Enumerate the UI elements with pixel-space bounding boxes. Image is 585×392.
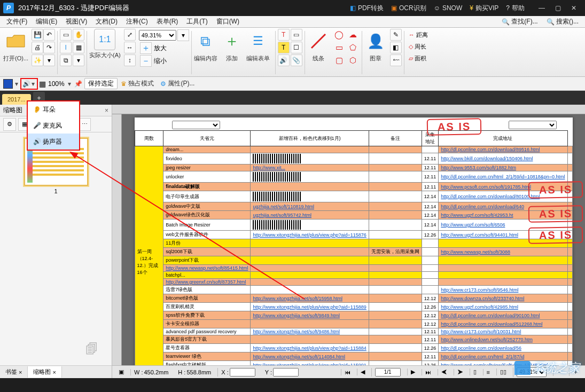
zoom-select[interactable]: 49.31% [139,30,176,41]
sound-menu-ear[interactable]: 👂耳朵 [28,101,79,117]
stamp-as-is: AS IS [528,181,583,199]
page-number-input[interactable] [375,368,401,377]
pdf-convert-button[interactable]: ◧PDF转换 [350,4,384,13]
ear-icon: 👂 [31,106,43,113]
star-icon[interactable]: ⬡ [347,54,360,66]
pencil-icon[interactable]: ✎ [390,29,402,41]
highlight-icon[interactable]: T [278,42,290,53]
open-group[interactable]: 打开(O)... [3,29,28,76]
edit-form-icon[interactable]: ☰ [247,29,269,53]
misc-icon[interactable]: ▾ [73,54,84,66]
layout-cont-icon[interactable]: ≡ [483,369,493,375]
undo-icon[interactable]: ↶ [43,29,55,41]
menu-view[interactable]: 视图(V) [61,16,91,27]
cloud-icon[interactable]: ☁ [347,29,360,41]
coord-y-input[interactable] [273,368,299,377]
window-title: 2017年12月_6303 - 迅捷PDF编辑器 [18,3,129,13]
help-button[interactable]: ?帮助 [506,4,525,13]
measure-distance[interactable]: ↔ 距离 [409,29,428,41]
eraser-icon[interactable]: ◧ [390,42,402,53]
hand-icon[interactable]: ✋ [73,29,84,41]
page-next-icon[interactable]: ▶ [407,369,418,375]
pointer-icon[interactable]: ▭ [60,29,72,41]
user-button[interactable]: ☺SNOW [434,4,463,12]
opacity-value[interactable]: 100% [48,80,65,88]
menu-edit[interactable]: 编辑(E) [32,16,61,27]
measure-area[interactable]: ▱ 面积 [409,52,428,64]
color-swatch[interactable] [3,79,13,89]
new-icon[interactable]: ✨ [32,54,43,66]
panel-close-icon[interactable]: × [105,107,108,114]
pin-icon[interactable]: 📌 [74,80,82,88]
polygon-icon[interactable]: ⬠ [347,42,360,53]
attach-icon[interactable]: 📎 [291,54,302,66]
fit-page-icon[interactable]: ⤢ [124,29,136,41]
menu-comment[interactable]: 注释(C) [122,16,152,27]
page-stack-icon[interactable]: 🗐 [85,342,98,357]
layout-single-icon[interactable]: ▯ [470,369,480,375]
pdf-page[interactable]: 周数天省元新增百科，粉色代表移到1月)备注采集地址完成地址 第一周（12.4-1… [135,117,573,365]
menu-form[interactable]: 表单(R) [152,16,183,27]
zoom-step-icon[interactable]: ▾ [177,29,189,41]
snapshot-icon[interactable]: ⧉ [60,54,72,66]
shape2-icon[interactable]: ⬳ [390,54,402,66]
maximize-button[interactable]: ▢ [550,0,566,16]
ruler-vertical [112,114,122,365]
edit-content-icon[interactable]: ⧉ [194,29,217,53]
ocr-button[interactable]: ▣OCR识别 [391,4,426,13]
measure-perimeter[interactable]: ◇ 周长 [409,41,428,52]
lines-icon[interactable] [307,29,330,53]
minimize-button[interactable]: — [534,0,550,16]
blank-icon[interactable]: ▾ [43,54,55,66]
table-row: goldwave绿色汉化版ugzhijia.net/soft/95742.htm… [135,211,572,219]
close-button[interactable]: ✕ [566,0,582,16]
pattern-icon[interactable]: ▦ [39,80,46,88]
layout-facing-icon[interactable]: ▯▯ [496,369,510,375]
thumb-options-icon[interactable]: ⚙ [3,118,16,131]
ellipse-icon[interactable]: ◯ [333,29,346,41]
page-dropdown-2[interactable] [509,121,557,129]
menu-file[interactable]: 文件(F) [2,16,32,27]
zoom-in-icon[interactable]: ＋ [140,42,152,54]
sound-menu-mic[interactable]: 🎤麦克风 [28,117,79,134]
add-icon[interactable]: ＋ [221,29,243,53]
vip-button[interactable]: ¥购买VIP [470,4,498,13]
note-tool-icon[interactable]: ▭ [291,29,302,41]
properties-button[interactable]: ⚙ 属性(P)... [160,79,194,88]
audio-icon[interactable]: 🔊 [278,54,290,66]
nav-fwd-icon[interactable]: ⮞ [454,369,466,375]
page-dropdown-1[interactable] [172,121,220,129]
select-area-icon[interactable]: ▦ [73,42,84,53]
print-icon[interactable]: 🖨 [32,42,43,53]
nav-back-icon[interactable]: ⮜ [438,369,450,375]
fit-height-icon[interactable]: ↕ [124,54,136,66]
page-last-icon[interactable]: ⏭ [422,369,434,375]
fit-width-icon[interactable]: ↔ [124,42,136,53]
tab-bookmark[interactable]: 书签 × [0,366,28,378]
rect-icon[interactable]: ▭ [333,42,346,53]
sound-menu-speaker[interactable]: 🔊扬声器 [28,134,79,150]
select-text-icon[interactable]: I [60,42,72,53]
sound-dropdown-trigger[interactable]: 🔊▾ [20,78,38,90]
page-prev-icon[interactable]: ◀ [357,369,368,375]
tab-thumbnails[interactable]: 缩略图 × [28,366,61,378]
redo-icon[interactable]: ↷ [43,42,55,53]
actual-size-icon[interactable]: 1:1 [94,29,115,50]
keep-select-toggle[interactable]: 保持选定 [84,78,118,89]
stamp-icon[interactable]: 👤 [364,29,387,53]
page-first-icon[interactable]: ⏮ [341,369,354,375]
save-icon[interactable]: 💾 [32,29,43,41]
menu-window[interactable]: 窗口(W) [212,16,244,27]
menu-tools[interactable]: 工具(T) [182,16,212,27]
coord-x-input[interactable] [230,368,255,377]
exclusive-mode[interactable]: ♛ 独占模式 [121,79,154,88]
zoom-out-icon[interactable]: － [140,55,152,67]
search-button[interactable]: 🔍 搜索()... [542,16,583,27]
text-tool-icon[interactable]: T [278,29,290,41]
callout-icon[interactable]: ☐ [291,42,302,53]
menu-document[interactable]: 文档(D) [91,16,122,27]
document-area: 周数天省元新增百科，粉色代表移到1月)备注采集地址完成地址 第一周（12.4-1… [112,105,585,378]
rounded-icon[interactable]: ▢ [333,54,346,66]
crop-icon[interactable]: ▣ [115,369,127,375]
find-button[interactable]: 🔍 查找(F)... [497,16,542,27]
